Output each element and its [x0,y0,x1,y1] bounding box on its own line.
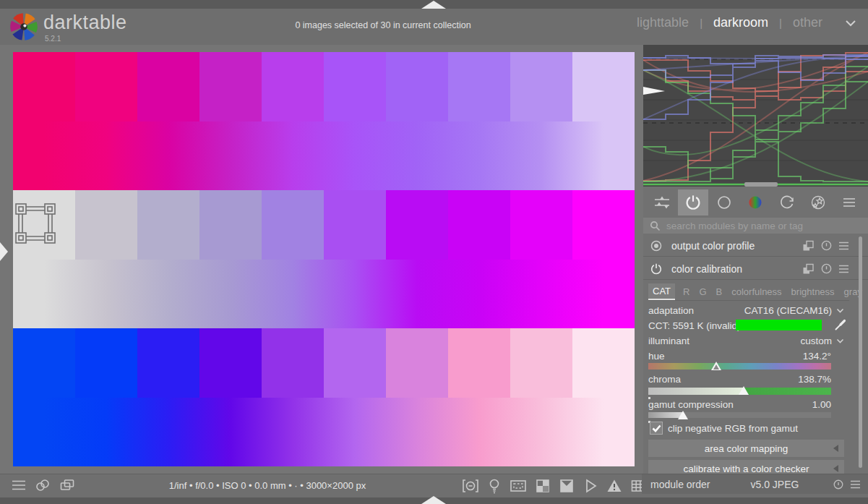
gamut-row: gamut compression 1.00 [648,397,831,411]
color-swatch [448,52,510,121]
chroma-row: chroma 138.7% [648,372,831,386]
clip-negative-rgb-checkbox[interactable] [650,422,663,435]
gamut-check-icon[interactable] [534,477,551,495]
color-swatch [510,328,572,398]
color-picker-icon[interactable] [834,319,846,331]
stepped-swatches [13,328,635,398]
multi-instance-icon[interactable] [802,263,815,275]
color-group-icon[interactable] [740,189,770,215]
adaptation-row[interactable]: adaptation CAT16 (CIECAM16) [648,303,844,317]
presets-menu-icon[interactable] [838,242,849,250]
view-other[interactable]: other [793,15,822,30]
toolbar-menu-icon[interactable] [12,479,26,491]
scope-resize-handle[interactable] [744,182,778,187]
tab-brightness[interactable]: brightness [790,284,836,300]
hue-slider[interactable] [648,363,831,370]
illuminant-row[interactable]: illuminant custom [648,333,844,348]
gamut-slider[interactable] [648,412,831,418]
snapshots-icon[interactable] [35,478,51,492]
multi-instance-icon[interactable] [802,240,815,252]
chevron-down-icon[interactable] [836,338,844,343]
darkroom-canvas [0,45,643,474]
chroma-label: chroma [648,374,798,385]
hue-slider-marker[interactable] [711,362,721,370]
calibrate-color-checker-button[interactable]: calibrate with a color checker [648,460,844,474]
header-bar: darktable 5.2.1 0 images selected of 30 … [0,9,868,45]
smooth-gradient [13,398,635,467]
nav-separator: | [700,17,702,29]
tab-cat[interactable]: CAT [648,283,675,300]
color-swatch [324,52,386,121]
module-output-color-profile[interactable]: output color profile [643,235,868,257]
view-lighttable[interactable]: lighttable [637,15,689,30]
color-swatch [75,52,137,121]
color-swatch [262,328,324,398]
module-order-value[interactable]: v5.0 JPEG [751,479,828,490]
module-on-indicator-icon[interactable] [650,239,663,252]
collapse-left-icon [833,445,838,452]
overexposure-warning-icon[interactable] [606,477,623,495]
softproof-icon[interactable] [558,477,575,495]
smooth-gradient [13,121,635,191]
color-swatch [75,328,137,398]
module-label[interactable]: color calibration [671,263,794,275]
clip-negative-rgb-row: clip negative RGB from gamut [650,422,798,435]
expand-filmstrip-arrow[interactable] [421,496,446,504]
module-order-label[interactable]: module order [650,479,710,490]
iso12646-assessment-icon[interactable] [461,477,480,495]
presets-menu-icon[interactable] [850,480,861,489]
gamut-label: gamut compression [648,399,812,410]
module-search-box[interactable]: search modules by name or tag [643,218,868,234]
view-darkroom[interactable]: darkroom [713,15,768,30]
reset-icon[interactable] [820,239,833,252]
image-info-line: 1/inf • f/0.0 • ISO 0 • 0.0 mm • · • 300… [123,480,412,491]
color-swatch [572,328,635,398]
reset-icon[interactable] [820,262,833,275]
cct-color-swatch[interactable] [736,320,822,330]
reset-icon[interactable] [833,479,844,490]
raw-overexposure-icon[interactable] [582,477,599,495]
module-color-calibration[interactable]: color calibration [643,258,868,280]
adaptation-value[interactable]: CAT16 (CIECAM16) [744,305,832,316]
expand-left-panel-arrow[interactable] [0,242,8,261]
groups-menu-icon[interactable] [834,189,864,215]
duplicates-icon[interactable] [59,478,75,492]
module-power-icon[interactable] [650,262,663,276]
color-swatch [75,190,137,260]
tab-r[interactable]: R [682,284,691,300]
color-swatch [324,190,386,260]
chroma-slider-marker[interactable] [739,386,749,395]
basic-group-icon[interactable] [709,189,739,215]
tab-b[interactable]: B [715,284,724,300]
lamp-icon[interactable] [486,477,502,495]
color-swatch [510,52,572,121]
panel-scrollbar[interactable] [859,236,862,468]
waveform-scope[interactable] [643,45,868,187]
app-version: 5.2.1 [45,35,61,43]
image-preview[interactable] [13,52,635,466]
chevron-down-icon[interactable] [845,20,856,27]
expand-top-panel-arrow[interactable] [421,1,446,9]
clip-negative-rgb-label: clip negative RGB from gamut [668,423,798,434]
gamut-value: 1.00 [812,399,831,410]
gamut-slider-marker[interactable] [678,411,688,419]
hue-row: hue 134.2° [648,349,831,363]
color-calibration-tabs: CAT R G B colorfulness brightness gray [648,283,849,301]
collapse-left-icon [833,465,838,472]
effects-group-icon[interactable] [803,189,833,215]
color-swatch [448,328,510,398]
tab-g[interactable]: G [697,284,708,300]
presets-menu-icon[interactable] [838,265,849,273]
search-icon [650,221,661,231]
tab-colorfulness[interactable]: colorfulness [730,284,783,300]
module-group-bar [643,189,868,215]
chevron-down-icon[interactable] [836,308,844,313]
second-window-icon[interactable] [509,477,528,495]
illuminant-value[interactable]: custom [800,336,832,346]
area-color-mapping-button[interactable]: area color mapping [648,440,844,457]
correct-group-icon[interactable] [772,189,802,215]
power-group-icon[interactable] [678,189,708,215]
active-modules-group-icon[interactable] [647,189,677,215]
chroma-slider[interactable] [648,388,831,395]
module-label[interactable]: output color profile [671,240,794,252]
